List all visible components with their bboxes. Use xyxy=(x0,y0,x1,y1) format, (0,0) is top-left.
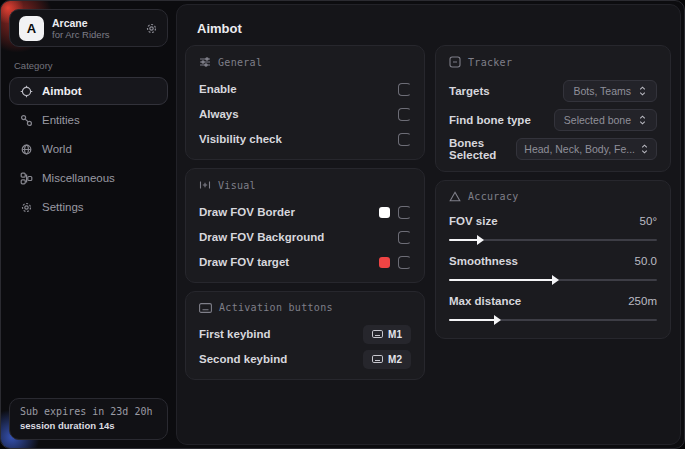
setting-label: Always xyxy=(199,108,239,120)
sidebar-item-aimbot[interactable]: Aimbot xyxy=(9,77,168,105)
crosshair-icon xyxy=(20,85,33,98)
setting-label: Draw FOV Background xyxy=(199,231,324,243)
setting-label: Targets xyxy=(449,85,490,97)
slider-thumb[interactable] xyxy=(494,315,501,325)
fov-size-slider[interactable] xyxy=(449,236,657,244)
setting-label: Draw FOV target xyxy=(199,256,289,268)
always-checkbox[interactable] xyxy=(398,108,411,121)
sidebar-item-settings[interactable]: Settings xyxy=(9,193,168,221)
setting-label: Find bone type xyxy=(449,114,531,126)
card-title: Tracker xyxy=(468,57,512,68)
checkbox-minus-icon xyxy=(449,56,461,68)
slider-thumb[interactable] xyxy=(477,235,484,245)
gear-icon[interactable] xyxy=(145,22,158,35)
entities-icon xyxy=(20,114,33,127)
targets-select[interactable]: Bots, Teams xyxy=(563,80,657,102)
card-accuracy: Accuracy FOV size 50° xyxy=(435,180,671,339)
enable-checkbox[interactable] xyxy=(398,83,411,96)
app-header: A Arcane for Arc Riders xyxy=(9,9,168,47)
max-distance-slider[interactable] xyxy=(449,316,657,324)
card-activation-buttons: Activation buttons First keybind M1 Seco… xyxy=(185,291,425,380)
setting-row: Max distance 250m xyxy=(449,293,657,324)
card-title: Activation buttons xyxy=(219,302,333,313)
slider-value: 50° xyxy=(640,215,657,227)
setting-label: Visibility check xyxy=(199,133,282,145)
color-swatch[interactable] xyxy=(379,257,390,268)
adjust-icon xyxy=(199,179,211,191)
gear-icon xyxy=(20,201,33,214)
slider-thumb[interactable] xyxy=(552,275,559,285)
card-general: General Enable Always Visibility check xyxy=(185,45,425,160)
grid-icon xyxy=(20,172,33,185)
app-window: A Arcane for Arc Riders Category Aimbot … xyxy=(0,0,685,449)
select-value: Selected bone xyxy=(564,114,631,126)
setting-label: Max distance xyxy=(449,295,521,307)
setting-row: Enable xyxy=(199,79,411,99)
setting-row: Draw FOV Border xyxy=(199,202,411,222)
sidebar-item-entities[interactable]: Entities xyxy=(9,106,168,134)
setting-row: Targets Bots, Teams xyxy=(449,79,657,103)
sidebar-item-label: Aimbot xyxy=(42,85,82,97)
smoothness-slider[interactable] xyxy=(449,276,657,284)
draw-fov-border-checkbox[interactable] xyxy=(398,206,411,219)
setting-row: Draw FOV target xyxy=(199,252,411,272)
triangle-icon xyxy=(449,191,461,202)
setting-row: Draw FOV Background xyxy=(199,227,411,247)
sidebar-item-label: Entities xyxy=(42,114,80,126)
card-title: Visual xyxy=(218,180,256,191)
sidebar-item-label: Settings xyxy=(42,201,84,213)
select-value: Bots, Teams xyxy=(573,85,631,97)
main-panel: Aimbot General Enable Alw xyxy=(176,4,681,445)
first-keybind-button[interactable]: M1 xyxy=(363,325,411,344)
setting-row: Smoothness 50.0 xyxy=(449,253,657,284)
setting-row: Find bone type Selected bone xyxy=(449,108,657,132)
sliders-icon xyxy=(199,56,211,68)
setting-label: Second keybind xyxy=(199,353,287,365)
keybind-value: M1 xyxy=(388,329,402,340)
setting-row: Visibility check xyxy=(199,129,411,149)
keyboard-icon xyxy=(372,330,383,338)
page-title: Aimbot xyxy=(197,21,672,36)
session-duration-text: session duration 14s xyxy=(20,419,157,432)
globe-icon xyxy=(20,143,33,156)
unfold-icon xyxy=(638,115,647,125)
bones-selected-select[interactable]: Head, Neck, Body, Fe... xyxy=(516,138,657,160)
setting-label: Bones Selected xyxy=(449,137,516,161)
sidebar-item-miscellaneous[interactable]: Miscellaneous xyxy=(9,164,168,192)
subscription-info: Sub expires in 23d 20h session duration … xyxy=(9,398,168,440)
setting-row: First keybind M1 xyxy=(199,324,411,344)
sidebar: A Arcane for Arc Riders Category Aimbot … xyxy=(1,1,176,448)
setting-row: Second keybind M2 xyxy=(199,349,411,369)
keyboard-icon xyxy=(199,303,212,313)
keyboard-icon xyxy=(372,355,383,363)
sidebar-item-label: Miscellaneous xyxy=(42,172,115,184)
keybind-value: M2 xyxy=(388,354,402,365)
draw-fov-background-checkbox[interactable] xyxy=(398,231,411,244)
sidebar-item-world[interactable]: World xyxy=(9,135,168,163)
color-swatch[interactable] xyxy=(379,207,390,218)
category-label: Category xyxy=(14,60,163,71)
slider-value: 250m xyxy=(628,295,657,307)
setting-row: Bones Selected Head, Neck, Body, Fe... xyxy=(449,137,657,161)
second-keybind-button[interactable]: M2 xyxy=(363,350,411,369)
setting-label: Draw FOV Border xyxy=(199,206,295,218)
unfold-icon xyxy=(638,86,647,96)
setting-row: Always xyxy=(199,104,411,124)
app-subtitle: for Arc Riders xyxy=(52,29,137,40)
card-title: General xyxy=(218,57,262,68)
card-title: Accuracy xyxy=(468,191,519,202)
setting-label: Smoothness xyxy=(449,255,518,267)
setting-label: FOV size xyxy=(449,215,498,227)
visibility-check-checkbox[interactable] xyxy=(398,133,411,146)
setting-label: Enable xyxy=(199,83,237,95)
find-bone-type-select[interactable]: Selected bone xyxy=(554,109,657,131)
setting-label: First keybind xyxy=(199,328,271,340)
sub-expiry-text: Sub expires in 23d 20h xyxy=(20,405,157,419)
card-visual: Visual Draw FOV Border Draw FOV Backgrou… xyxy=(185,168,425,283)
select-value: Head, Neck, Body, Fe... xyxy=(524,143,635,155)
app-logo: A xyxy=(19,16,44,41)
slider-value: 50.0 xyxy=(635,255,657,267)
app-name: Arcane xyxy=(52,17,137,29)
unfold-icon xyxy=(640,144,649,154)
draw-fov-target-checkbox[interactable] xyxy=(398,256,411,269)
